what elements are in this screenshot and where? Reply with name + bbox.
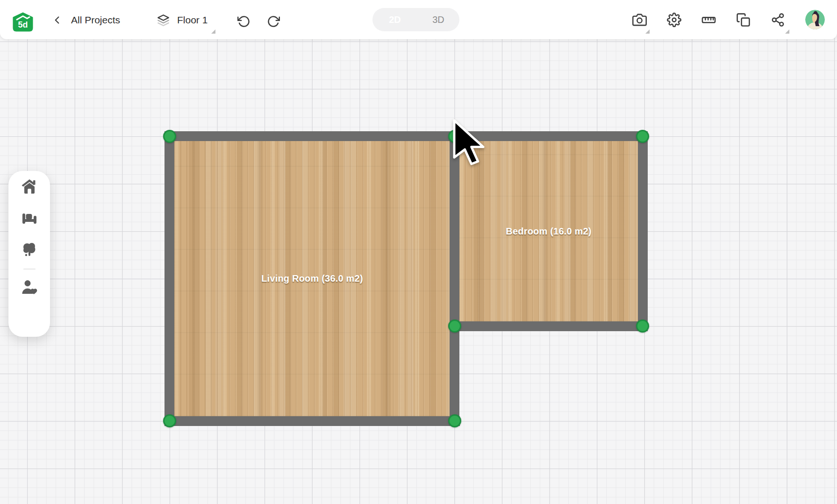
sidebar-item-hire-pro[interactable]	[20, 278, 39, 297]
wall-middle[interactable]	[450, 131, 459, 426]
svg-text:5d: 5d	[18, 20, 28, 29]
room-living[interactable]: Living Room (36.0 m2)	[174, 141, 450, 416]
tree-icon	[20, 240, 39, 259]
floorplan-canvas[interactable]: Living Room (36.0 m2) Bedroom (16.0 m2)	[0, 0, 837, 504]
redo-button[interactable]	[267, 15, 280, 28]
floor-selector[interactable]: Floor 1	[157, 11, 207, 29]
share-icon	[771, 13, 785, 27]
share-button[interactable]	[771, 13, 785, 27]
gear-icon	[667, 13, 681, 27]
screenshot-button[interactable]	[632, 13, 647, 27]
copy-button[interactable]	[736, 13, 751, 27]
vertex-handle-top-right[interactable]	[636, 130, 649, 143]
user-avatar[interactable]	[805, 10, 825, 29]
planner5d-logo[interactable]: 5d	[12, 12, 34, 32]
ruler-icon	[701, 13, 716, 27]
camera-dropdown-corner-icon	[645, 29, 650, 34]
room-label-bedroom: Bedroom (16.0 m2)	[506, 226, 591, 237]
view-2d-button[interactable]: 2D	[372, 8, 417, 31]
wall-left[interactable]	[165, 131, 174, 426]
sidebar-item-furniture[interactable]	[20, 208, 39, 227]
header-right-tools	[632, 0, 825, 39]
view-3d-button[interactable]: 3D	[417, 8, 459, 31]
vertex-handle-bottom-middle[interactable]	[448, 414, 461, 427]
measure-button[interactable]	[701, 13, 716, 27]
sidebar-item-build[interactable]	[20, 177, 39, 196]
wall-bottom-living[interactable]	[165, 416, 460, 426]
catalog-sidebar: NEW	[8, 171, 50, 337]
wall-top[interactable]	[165, 131, 648, 141]
redo-icon	[267, 15, 280, 28]
avatar-icon	[805, 10, 825, 29]
vertex-handle-bottom-left[interactable]	[163, 414, 176, 427]
wall-right-bedroom[interactable]	[638, 131, 648, 331]
room-label-living: Living Room (36.0 m2)	[261, 273, 363, 284]
share-dropdown-corner-icon	[785, 29, 789, 34]
room-bedroom[interactable]: Bedroom (16.0 m2)	[459, 141, 638, 321]
back-label: All Projects	[71, 14, 120, 26]
bed-icon	[20, 208, 39, 227]
top-toolbar: 5d All Projects Floor 1 2D 3D	[0, 0, 837, 39]
layers-icon	[157, 14, 170, 27]
view-mode-toggle: 2D 3D	[372, 8, 459, 31]
vertex-handle-middle-junction[interactable]	[448, 319, 461, 333]
sidebar-item-new-feature[interactable]: NEW	[20, 312, 39, 326]
camera-icon	[632, 13, 647, 27]
settings-button[interactable]	[667, 13, 681, 27]
sidebar-divider	[23, 269, 36, 270]
back-to-projects-button[interactable]: All Projects	[51, 11, 120, 29]
home-icon	[20, 177, 39, 196]
home-5d-logo-icon: 5d	[12, 12, 34, 32]
chevron-left-icon	[51, 14, 63, 26]
wall-bottom-bedroom[interactable]	[450, 321, 648, 331]
floor-label: Floor 1	[177, 14, 207, 26]
new-badge: NEW	[21, 315, 37, 323]
vertex-handle-top-middle[interactable]	[448, 130, 461, 143]
copy-icon	[736, 13, 751, 27]
person-heart-icon	[20, 278, 39, 297]
vertex-handle-top-left[interactable]	[163, 130, 176, 143]
undo-icon	[237, 15, 250, 28]
sidebar-item-outdoor[interactable]	[20, 240, 39, 259]
undo-button[interactable]	[237, 15, 250, 28]
vertex-handle-bedroom-bottom-right[interactable]	[636, 319, 649, 333]
floor-dropdown-corner-icon	[211, 29, 215, 34]
floorplan: Living Room (36.0 m2) Bedroom (16.0 m2)	[0, 0, 837, 504]
